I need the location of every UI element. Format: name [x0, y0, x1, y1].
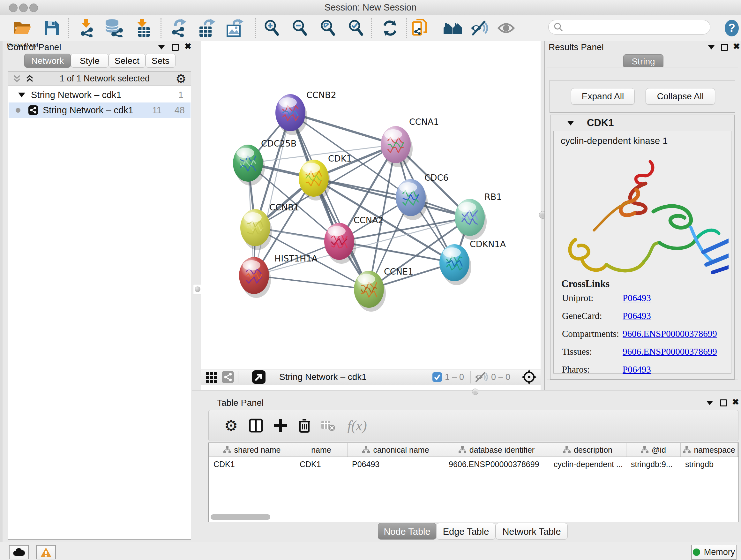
network-node[interactable]: CDKN1A	[440, 239, 506, 285]
show-hidden-icon[interactable]	[496, 19, 516, 37]
zoom-fit-icon[interactable]	[318, 19, 338, 37]
panel-menu-icon[interactable]	[706, 401, 713, 405]
tab-string-results[interactable]: String	[623, 54, 664, 68]
horizontal-scrollbar-thumb[interactable]	[211, 514, 270, 520]
splitter-handle-left[interactable]	[193, 284, 202, 294]
grid-view-icon[interactable]	[205, 371, 218, 383]
cloud-status-button[interactable]	[9, 545, 29, 559]
tab-network[interactable]: Network	[24, 54, 71, 68]
tab-sets[interactable]: Sets	[145, 54, 176, 68]
delete-column-icon[interactable]	[295, 416, 314, 435]
section-expander-icon[interactable]	[567, 121, 574, 125]
collection-expander-icon[interactable]	[18, 92, 25, 98]
panel-splitter[interactable]	[192, 41, 201, 390]
birdseye-view-icon[interactable]	[252, 370, 266, 384]
add-column-icon[interactable]	[271, 416, 290, 435]
warning-status-button[interactable]	[36, 545, 56, 559]
horizontal-splitter[interactable]	[192, 390, 741, 396]
table-cell[interactable]: stringdb	[681, 457, 738, 471]
network-node[interactable]: CCNB2	[275, 90, 336, 135]
import-network-from-database-icon[interactable]	[104, 19, 124, 37]
zoom-in-icon[interactable]	[262, 19, 282, 37]
network-canvas[interactable]: CCNB2CCNA1CDC25BCDK1CDC6RB1CCNB1CCNA2CDK…	[201, 41, 541, 390]
search-field[interactable]	[548, 20, 711, 35]
window-minimize-traffic-light[interactable]	[19, 3, 28, 12]
duplicate-network-icon[interactable]	[410, 19, 430, 37]
table-cell[interactable]: CDK1	[295, 457, 347, 471]
table-cell[interactable]: P06493	[347, 457, 444, 471]
table-row[interactable]: CDK1CDK1P064939606.ENSP00000378699cyclin…	[209, 457, 738, 471]
network-node[interactable]: HIST1H1A	[239, 253, 318, 298]
tab-node-table[interactable]: Node Table	[378, 523, 436, 540]
table-cell[interactable]: stringdb:9...	[626, 457, 681, 471]
expand-all-button[interactable]: Expand All	[571, 88, 635, 105]
save-session-icon[interactable]	[42, 19, 62, 37]
import-table-from-file-icon[interactable]	[134, 19, 153, 37]
search-input[interactable]	[566, 22, 705, 33]
home-networks-icon[interactable]	[443, 19, 463, 37]
tab-style[interactable]: Style	[71, 54, 109, 68]
toolbar-separator	[160, 18, 161, 38]
network-view-mode-icon[interactable]	[221, 371, 234, 383]
network-node[interactable]: CCNE1	[354, 266, 413, 312]
tab-edge-table[interactable]: Edge Table	[436, 523, 495, 540]
window-close-traffic-light[interactable]	[9, 3, 17, 12]
hide-selected-icon[interactable]	[470, 19, 489, 37]
column-header--id[interactable]: @id	[626, 443, 681, 456]
memory-button[interactable]: Memory	[691, 545, 737, 560]
table-cell[interactable]: 9606.ENSP00000378699	[444, 457, 549, 471]
fit-selected-crosshair-icon[interactable]	[521, 369, 537, 385]
selected-checkbox-icon[interactable]	[432, 372, 442, 382]
network-node[interactable]: RB1	[455, 192, 502, 240]
table-cell[interactable]: CDK1	[209, 457, 295, 471]
table-cell[interactable]: cyclin-dependent ...	[549, 457, 626, 471]
zoom-selected-icon[interactable]	[346, 19, 366, 37]
tab-select[interactable]: Select	[109, 54, 145, 68]
panel-float-icon[interactable]	[720, 399, 727, 407]
column-header-name[interactable]: name	[295, 443, 347, 456]
zoom-out-icon[interactable]	[290, 19, 310, 37]
network-node[interactable]: CDC6	[396, 173, 449, 220]
import-network-from-file-icon[interactable]	[77, 19, 97, 37]
network-graph[interactable]: CCNB2CCNA1CDC25BCDK1CDC6RB1CCNB1CCNA2CDK…	[201, 41, 541, 369]
panel-close-icon[interactable]: ✖	[733, 43, 740, 50]
network-options-gear-icon[interactable]: ⚙	[176, 73, 186, 85]
collapse-all-button[interactable]: Collapse All	[646, 88, 715, 105]
open-session-icon[interactable]	[12, 19, 32, 37]
crosslink-value-link[interactable]: P06493	[623, 311, 651, 321]
panel-menu-icon[interactable]	[708, 45, 715, 50]
network-node[interactable]: CCNB1	[240, 202, 299, 250]
column-header-database-identifier[interactable]: database identifier	[444, 443, 549, 456]
table-options-gear-icon[interactable]: ⚙	[221, 416, 241, 435]
panel-float-icon[interactable]	[721, 44, 728, 51]
network-row-selected[interactable]: String Network – cdk1 11 48	[9, 103, 191, 118]
column-header-shared-name[interactable]: shared name	[209, 443, 295, 456]
tab-network-table[interactable]: Network Table	[495, 523, 568, 540]
show-columns-icon[interactable]	[246, 416, 266, 435]
panel-float-icon[interactable]	[172, 44, 179, 51]
collapse-all-icon[interactable]	[13, 75, 21, 83]
column-header-canonical-name[interactable]: canonical name	[347, 443, 444, 456]
export-image-icon[interactable]	[225, 19, 245, 37]
splitter-handle-bottom[interactable]	[472, 388, 478, 395]
help-icon[interactable]: ?	[722, 19, 741, 37]
crosslink-value-link[interactable]: 9606.ENSP00000378699	[623, 347, 717, 357]
expand-all-icon[interactable]	[25, 75, 34, 83]
crosslink-value-link[interactable]: 9606.ENSP00000378699	[623, 328, 717, 339]
network-node[interactable]: CDC25B	[233, 138, 296, 186]
node-section-header[interactable]: CDK1	[550, 115, 734, 131]
panel-menu-icon[interactable]	[158, 45, 165, 50]
panel-close-icon[interactable]: ✖	[185, 43, 192, 50]
column-header-description[interactable]: description	[549, 443, 626, 456]
node-table[interactable]: shared namenamecanonical namedatabase id…	[208, 442, 739, 522]
export-network-icon[interactable]	[169, 19, 189, 37]
column-header-namespace[interactable]: namespace	[681, 443, 738, 456]
refresh-view-icon[interactable]	[380, 19, 400, 37]
panel-close-icon[interactable]: ✖	[732, 399, 739, 405]
crosslink-value-link[interactable]: P06493	[623, 293, 651, 303]
node-label: CDC6	[424, 173, 449, 183]
crosslink-value-link[interactable]: P06493	[623, 364, 651, 375]
export-table-icon[interactable]	[197, 19, 217, 37]
network-collection-row[interactable]: String Network – cdk1 1	[9, 87, 191, 103]
window-zoom-traffic-light[interactable]	[29, 3, 38, 12]
